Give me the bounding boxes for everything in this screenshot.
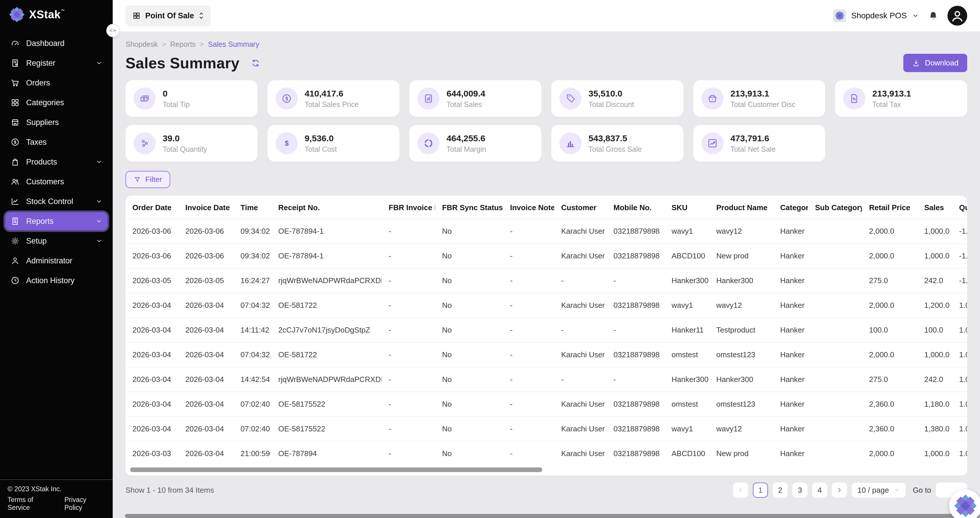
sidebar-item-orders[interactable]: Orders — [5, 74, 107, 92]
dashboard-icon — [10, 39, 20, 48]
page-title: Sales Summary — [126, 54, 240, 72]
table-row[interactable]: 2026-03-042026-03-0407:04:32OE-581722-No… — [126, 343, 967, 367]
terms-link[interactable]: Terms of Service — [8, 496, 56, 512]
column-header[interactable]: Sub Category — [808, 196, 862, 219]
column-header[interactable]: Time — [234, 196, 271, 219]
table-scrollbar-thumb[interactable] — [130, 467, 542, 472]
column-header[interactable]: FBR Sync Status — [435, 196, 503, 219]
pagination-page-1[interactable]: 1 — [753, 483, 768, 498]
sidebar-item-dashboard[interactable]: Dashboard — [5, 34, 107, 52]
column-header[interactable]: Receipt No. — [271, 196, 382, 219]
column-header[interactable]: Product Name — [709, 196, 773, 219]
pagination-page-3[interactable]: 3 — [792, 483, 807, 498]
stat-label: Total Tip — [163, 100, 190, 109]
pagination-page-2[interactable]: 2 — [773, 483, 788, 498]
table-cell: Testproduct — [709, 318, 773, 343]
pagination-prev-button[interactable] — [733, 483, 748, 498]
table-row[interactable]: 2026-03-042026-03-0407:02:40OE-58175522-… — [126, 416, 967, 441]
notifications-bell-icon[interactable] — [928, 11, 938, 21]
table-cell: 2026-03-06 — [126, 219, 178, 244]
sidebar-item-taxes[interactable]: $ Taxes — [5, 133, 107, 151]
stat-card-total-quantity: 39.0Total Quantity — [126, 125, 258, 162]
breadcrumb-reports[interactable]: Reports — [170, 40, 196, 49]
sidebar-item-administrator[interactable]: Administrator — [5, 252, 107, 270]
column-header[interactable]: FBR Invoice No — [382, 196, 435, 219]
sidebar-collapse-button[interactable]: <> — [106, 24, 120, 37]
user-avatar[interactable] — [947, 6, 967, 26]
sidebar-item-register[interactable]: Register — [5, 54, 107, 72]
table-cell: - — [382, 268, 435, 293]
column-header[interactable]: Invoice Date — [178, 196, 234, 219]
table-cell — [808, 219, 862, 244]
table-cell: 1.0 — [952, 343, 967, 367]
table-cell: 2026-03-04 — [178, 367, 234, 392]
module-switcher[interactable]: Point Of Sale — [126, 6, 211, 26]
app-logo[interactable]: XStak™ — [0, 0, 113, 28]
avatar-person-icon — [950, 8, 965, 23]
table-cell: Karachi User — [554, 441, 606, 466]
table-cell: 275.0 — [862, 268, 917, 293]
table-cell: No — [435, 268, 503, 293]
column-header[interactable]: Invoice Note — [503, 196, 554, 219]
pagination-page-4[interactable]: 4 — [812, 483, 827, 498]
table-cell: 1.0 — [952, 441, 967, 466]
sidebar-item-customers[interactable]: Customers — [5, 173, 107, 191]
sidebar-item-suppliers[interactable]: Suppliers — [5, 113, 107, 131]
pagination-next-button[interactable] — [832, 483, 847, 498]
page-size-select[interactable]: 10 / page — [852, 483, 906, 498]
column-header[interactable]: Sales — [917, 196, 952, 219]
table-cell: rjqWrBWeNADPWRdaPCRXDB — [271, 367, 382, 392]
table-row[interactable]: 2026-03-042026-03-0407:04:32OE-581722-No… — [126, 293, 967, 318]
top-bar: Point Of Sale Shopdesk POS — [113, 0, 980, 32]
table-row[interactable]: 2026-03-042026-03-0414:11:422cCJ7v7oN17j… — [126, 318, 967, 343]
column-header[interactable]: Order Date — [126, 196, 178, 219]
column-header[interactable]: Category — [773, 196, 808, 219]
xstak-logo-icon — [9, 7, 24, 22]
sidebar-item-products[interactable]: Products — [5, 153, 107, 171]
column-header[interactable]: Retail Price — [862, 196, 917, 219]
sidebar-item-label: Action History — [26, 276, 75, 285]
column-header[interactable]: SKU — [665, 196, 709, 219]
table-cell: -1.0 — [952, 244, 967, 268]
table-cell: 2026-03-04 — [178, 416, 234, 441]
table-row[interactable]: 2026-03-052026-03-0516:24:27rjqWrBWeNADP… — [126, 268, 967, 293]
column-header[interactable]: Customer — [554, 196, 606, 219]
table-cell: 21:00:59 — [234, 441, 271, 466]
table-row[interactable]: 2026-03-062026-03-0609:34:02OE-787894-1-… — [126, 244, 967, 268]
table-cell: wavy1 — [665, 219, 709, 244]
table-row[interactable]: 2026-03-032026-03-0421:00:59OE-787894-No… — [126, 441, 967, 466]
column-header[interactable]: Mobile No. — [606, 196, 665, 219]
table-cell: 2,360.0 — [862, 416, 917, 441]
column-header[interactable]: Quantity — [952, 196, 967, 219]
filter-button[interactable]: Filter — [126, 171, 170, 188]
sidebar-item-setup[interactable]: Setup — [5, 232, 107, 250]
page-horizontal-scrollbar-thumb[interactable] — [125, 514, 980, 518]
table-cell: 2cCJ7v7oN17jsyDoDgStpZ — [271, 318, 382, 343]
table-row[interactable]: 2026-03-042026-03-0414:42:54rjqWrBWeNADP… — [126, 367, 967, 392]
table-row[interactable]: 2026-03-042026-03-0407:02:40OE-58175522-… — [126, 392, 967, 416]
grid-icon — [10, 98, 20, 107]
table-cell: New prod — [709, 441, 773, 466]
sidebar-item-label: Orders — [26, 78, 50, 88]
logo-text: XStak™ — [29, 8, 65, 21]
table-cell: 1.0 — [952, 392, 967, 416]
download-button[interactable]: Download — [903, 54, 967, 72]
sidebar-item-action-history[interactable]: Action History — [5, 271, 107, 290]
sidebar-item-stock-control[interactable]: Stock Control — [5, 193, 107, 210]
breadcrumb-shopdesk[interactable]: Shopdesk — [126, 40, 158, 49]
table-cell: 03218879898 — [606, 219, 665, 244]
table-cell — [808, 367, 862, 392]
sidebar-item-label: Setup — [26, 237, 47, 245]
workspace-switcher[interactable]: Shopdesk POS — [833, 9, 919, 22]
stat-card-total-discount: 35,510.0Total Discount — [551, 80, 683, 117]
table-scroll-area[interactable]: Order DateInvoice DateTimeReceipt No.FBR… — [126, 196, 967, 466]
chevron-down-icon — [96, 198, 102, 205]
table-cell: - — [382, 392, 435, 416]
stat-card-total-cost: $ 9,536.0Total Cost — [267, 125, 400, 162]
privacy-link[interactable]: Privacy Policy — [64, 496, 105, 512]
sidebar-item-label: Suppliers — [26, 118, 59, 127]
table-row[interactable]: 2026-03-062026-03-0609:34:02OE-787894-1-… — [126, 219, 967, 244]
refresh-button[interactable] — [251, 58, 261, 68]
sidebar-item-reports[interactable]: Reports — [5, 212, 107, 230]
sidebar-item-categories[interactable]: Categories — [5, 94, 107, 112]
